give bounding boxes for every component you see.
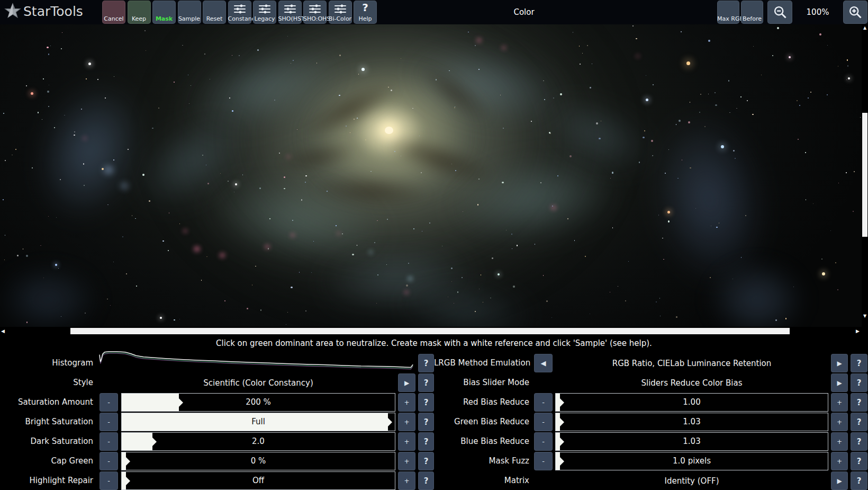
next-option-button[interactable]: ▶ — [398, 373, 415, 392]
horizontal-scrollbar[interactable]: ◀ ▶ — [0, 327, 862, 335]
slider-value: 1.0 pixels — [556, 452, 828, 469]
help-query-button[interactable]: ? — [418, 413, 434, 431]
scroll-right-icon[interactable]: ▶ — [856, 327, 860, 335]
scroll-left-icon[interactable]: ◀ — [1, 327, 5, 335]
dark-saturation-slider[interactable]: 2.0 — [121, 432, 395, 451]
zoom-out-button[interactable] — [767, 1, 792, 24]
decrease-button[interactable]: - — [534, 393, 553, 412]
red-bias-slider[interactable]: 1.00 — [555, 393, 828, 412]
constancy-button[interactable]: Constancy — [228, 1, 251, 24]
blue-bias-slider[interactable]: 1.03 — [555, 432, 828, 451]
mask-fuzz-row: Mask Fuzz - 1.0 pixels + ? — [434, 452, 868, 470]
right-parameter-column: LRGB Method Emulation ◀ RGB Ratio, CIELa… — [434, 354, 868, 490]
zoom-in-button[interactable] — [843, 1, 867, 24]
slider-value: 1.00 — [556, 394, 828, 411]
next-option-button[interactable]: ▶ — [831, 471, 848, 490]
decrease-button[interactable]: - — [100, 471, 118, 490]
lrgb-method-value: RGB Ratio, CIELab Luminance Retention — [555, 354, 828, 372]
cap-green-row: Cap Green - 0 % + ? — [0, 452, 434, 470]
increase-button[interactable]: + — [398, 432, 415, 451]
help-query-button[interactable]: ? — [851, 452, 867, 470]
decrease-button[interactable]: - — [100, 393, 118, 412]
increase-button[interactable]: + — [398, 452, 415, 470]
reset-button[interactable]: Reset — [203, 1, 226, 24]
help-query-button[interactable]: ? — [851, 393, 867, 412]
help-query-button[interactable]: ? — [851, 354, 867, 372]
keep-button[interactable]: Keep — [128, 1, 151, 24]
previous-option-button[interactable]: ◀ — [534, 354, 553, 372]
slider-value: 200 % — [122, 394, 395, 411]
increase-button[interactable]: + — [398, 471, 415, 490]
vertical-scroll-thumb[interactable] — [862, 113, 867, 237]
help-query-button[interactable]: ? — [851, 471, 867, 490]
param-label: Bright Saturation — [0, 413, 93, 431]
increase-button[interactable]: + — [831, 393, 848, 412]
style-value: Scientific (Color Constancy) — [121, 373, 395, 392]
help-query-button[interactable]: ? — [851, 432, 867, 451]
green-bias-reduce-row: Green Bias Reduce - 1.03 + ? — [434, 413, 868, 431]
increase-button[interactable]: + — [398, 393, 415, 412]
decrease-button[interactable]: - — [100, 452, 118, 470]
bright-saturation-slider[interactable]: Full — [121, 413, 395, 431]
param-label: Green Bias Reduce — [434, 413, 529, 431]
green-bias-slider[interactable]: 1.03 — [555, 413, 828, 431]
help-query-button[interactable]: ? — [418, 393, 434, 412]
help-query-button[interactable]: ? — [418, 373, 434, 392]
cap-green-slider[interactable]: 0 % — [121, 452, 395, 470]
help-query-button[interactable]: ? — [418, 432, 434, 451]
module-title: Color — [513, 7, 534, 17]
slider-value: 1.03 — [556, 413, 828, 430]
top-bar: StarTools Cancel Keep Mask Sample Reset … — [0, 0, 868, 24]
increase-button[interactable]: + — [398, 413, 415, 431]
decrease-button[interactable]: - — [100, 432, 118, 451]
left-parameter-column: Histogram ? Style Scientific (Color Cons… — [0, 354, 434, 490]
mask-fuzz-slider[interactable]: 1.0 pixels — [555, 452, 828, 470]
matrix-row: Matrix Identity (OFF) ▶ ? — [434, 471, 868, 490]
increase-button[interactable]: + — [831, 452, 848, 470]
zoom-level: 100% — [794, 0, 842, 24]
decrease-button[interactable]: - — [534, 413, 553, 431]
help-query-button[interactable]: ? — [418, 354, 434, 372]
sho-ohs-button[interactable]: SHO:OHS — [303, 1, 327, 24]
help-query-button[interactable]: ? — [851, 373, 867, 392]
decrease-button[interactable]: - — [100, 413, 118, 431]
cancel-button[interactable]: Cancel — [102, 1, 125, 24]
highlight-repair-slider[interactable]: Off — [121, 471, 395, 490]
before-button[interactable]: Before — [741, 1, 763, 24]
max-rgb-button[interactable]: Max RGB — [717, 1, 739, 24]
next-option-button[interactable]: ▶ — [831, 373, 848, 392]
mask-button[interactable]: Mask — [152, 1, 176, 24]
galaxy-image-viewport[interactable] — [0, 24, 862, 327]
increase-button[interactable]: + — [831, 432, 848, 451]
help-query-button[interactable]: ? — [851, 413, 867, 431]
bias-slider-mode-value: Sliders Reduce Color Bias — [555, 373, 828, 392]
sho-hst-button[interactable]: SHO(HST) — [278, 1, 302, 24]
help-query-button[interactable]: ? — [418, 452, 434, 470]
scroll-up-icon[interactable]: ▲ — [862, 25, 868, 30]
question-icon: ? — [354, 1, 377, 14]
app-logo-text: StarTools — [23, 4, 83, 19]
spacer — [534, 373, 553, 392]
sample-button[interactable]: Sample — [178, 1, 201, 24]
saturation-amount-row: Saturation Amount - 200 % + ? — [0, 393, 434, 412]
horizontal-scroll-thumb[interactable] — [70, 328, 790, 334]
bi-color-button[interactable]: Bi-Color — [329, 1, 352, 24]
next-option-button[interactable]: ▶ — [831, 354, 848, 372]
sliders-icon — [253, 4, 276, 14]
magnifier-minus-icon — [767, 5, 792, 20]
scroll-down-icon[interactable]: ▼ — [862, 314, 868, 318]
toolbar: Cancel Keep Mask Sample Reset Constancy … — [102, 1, 377, 24]
param-label: Style — [0, 373, 93, 392]
sliders-icon — [278, 4, 302, 14]
legacy-button[interactable]: Legacy — [253, 1, 276, 24]
increase-button[interactable]: + — [831, 413, 848, 431]
saturation-amount-slider[interactable]: 200 % — [121, 393, 395, 412]
help-button[interactable]: ? Help — [354, 1, 377, 24]
vertical-scrollbar[interactable]: ▲ ▼ — [862, 24, 868, 327]
param-label: Blue Bias Reduce — [434, 432, 529, 451]
decrease-button[interactable]: - — [534, 452, 553, 470]
help-query-button[interactable]: ? — [418, 471, 434, 490]
decrease-button[interactable]: - — [534, 432, 553, 451]
status-message: Click on green dominant area to neutrali… — [0, 338, 868, 348]
slider-value: Full — [122, 413, 395, 430]
